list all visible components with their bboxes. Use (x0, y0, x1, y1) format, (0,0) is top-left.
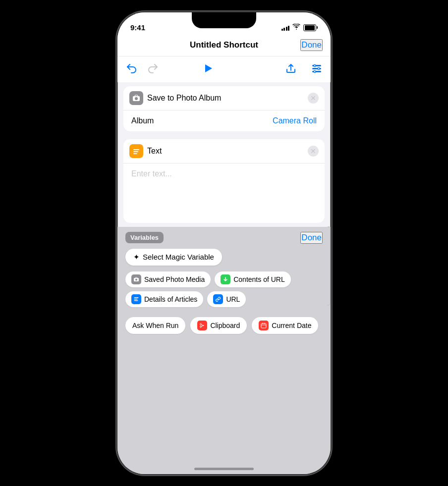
chip-label-clipboard: Clipboard (210, 322, 240, 329)
toolbar (117, 56, 331, 82)
album-row: Album Camera Roll (123, 110, 325, 131)
magic-var-label: Select Magic Variable (143, 253, 214, 261)
undo-button[interactable] (125, 62, 137, 74)
text-block-title: Text (147, 147, 308, 156)
share-button[interactable] (285, 62, 297, 74)
battery-icon (303, 24, 318, 31)
phone-frame: 9:41 (117, 12, 331, 474)
text-header: Text ✕ (123, 139, 325, 163)
chip-contents-of-url[interactable]: Contents of URL (215, 271, 291, 287)
svg-rect-11 (133, 153, 137, 154)
nav-header: Untitled Shortcut Done (117, 36, 331, 56)
svg-rect-16 (134, 300, 138, 301)
svg-point-8 (135, 97, 138, 100)
chip-blue-grid-icon (131, 294, 141, 304)
camera-roll-button[interactable]: Camera Roll (273, 116, 317, 125)
save-photo-title: Save to Photo Album (147, 94, 308, 103)
status-time: 9:41 (130, 23, 145, 32)
chip-clipboard[interactable]: Clipboard (190, 317, 247, 334)
save-photo-close-button[interactable]: ✕ (308, 93, 319, 104)
wifi-icon (292, 24, 300, 31)
chip-label-url: URL (226, 295, 240, 303)
svg-marker-0 (205, 64, 212, 72)
play-button[interactable] (199, 60, 215, 76)
signal-icon (281, 25, 290, 31)
text-icon (129, 144, 143, 158)
svg-rect-15 (134, 299, 138, 300)
chip-ask-when-run[interactable]: Ask When Run (125, 317, 185, 334)
camera-icon (129, 91, 143, 105)
variables-label: Variables (125, 232, 164, 243)
bottom-chips-row: Ask When Run Clipboard (117, 313, 331, 342)
chip-label-current-date: Current Date (272, 322, 311, 329)
text-placeholder: Enter text... (131, 169, 172, 178)
chip-camera-icon (131, 274, 141, 284)
album-label: Album (131, 116, 154, 125)
svg-point-5 (318, 67, 320, 69)
svg-rect-10 (133, 151, 138, 152)
chip-label-contents-url: Contents of URL (233, 275, 285, 283)
magic-star-icon: ✦ (133, 253, 140, 262)
svg-point-6 (314, 70, 316, 72)
settings-button[interactable] (311, 62, 323, 74)
chip-link-icon (213, 294, 223, 304)
svg-point-13 (135, 278, 137, 280)
save-photo-header: Save to Photo Album ✕ (123, 86, 325, 110)
screen: 9:41 (117, 12, 331, 474)
chip-calendar-icon (259, 321, 269, 330)
chip-label-ask-when-run: Ask When Run (132, 322, 178, 329)
chip-url[interactable]: URL (207, 291, 246, 307)
status-icons (281, 24, 318, 31)
chip-saved-photo-media[interactable]: Saved Photo Media (125, 271, 211, 287)
text-close-button[interactable]: ✕ (308, 146, 319, 157)
svg-rect-19 (261, 324, 266, 328)
side-bracket (328, 226, 331, 306)
variable-chips-row: Saved Photo Media Contents of URL (117, 271, 331, 313)
variables-panel: Variables Done ✦ Select Magic Variable (117, 227, 331, 474)
chip-green-icon (221, 274, 230, 284)
notch (192, 12, 256, 28)
nav-title: Untitled Shortcut (190, 40, 258, 50)
text-input-area[interactable]: Enter text... (123, 163, 325, 223)
chip-scissors-icon (197, 321, 207, 330)
svg-rect-9 (133, 149, 139, 150)
svg-rect-14 (134, 297, 139, 298)
svg-point-4 (314, 64, 316, 66)
variables-header: Variables Done (117, 227, 331, 249)
save-photo-block: Save to Photo Album ✕ Album Camera Roll (123, 86, 325, 131)
redo-button[interactable] (147, 62, 159, 74)
chip-current-date[interactable]: Current Date (252, 317, 318, 334)
chip-details-of-articles[interactable]: Details of Articles (125, 291, 203, 307)
chip-label-saved-photo: Saved Photo Media (144, 275, 205, 283)
home-indicator (194, 468, 254, 470)
nav-done-button[interactable]: Done (300, 39, 323, 51)
variables-done-button[interactable]: Done (300, 232, 323, 244)
text-block: Text ✕ Enter text... (123, 139, 325, 223)
chip-label-details-articles: Details of Articles (144, 295, 197, 303)
select-magic-variable-button[interactable]: ✦ Select Magic Variable (125, 249, 222, 266)
